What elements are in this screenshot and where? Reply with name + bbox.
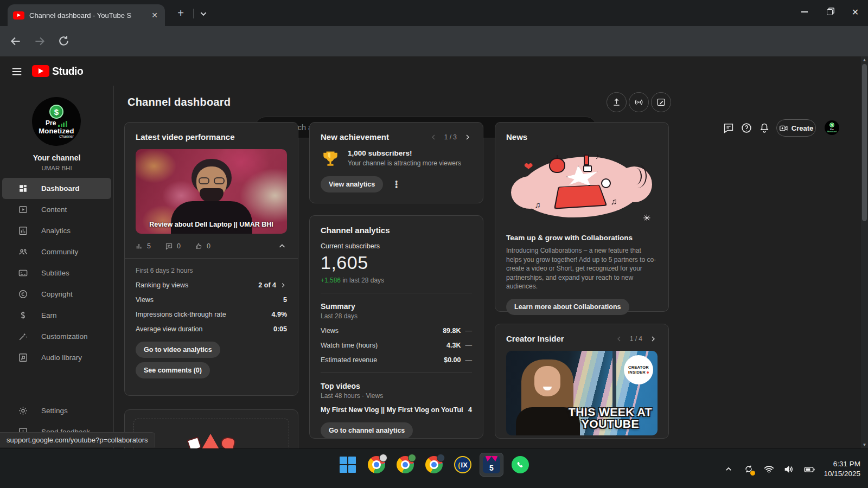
forward-icon[interactable]: [33, 34, 47, 48]
taskbar-chrome-1[interactable]: [365, 453, 388, 477]
sidebar-item-dashboard[interactable]: Dashboard: [2, 178, 111, 199]
studio-brand[interactable]: Studio: [52, 65, 83, 78]
sidebar: $ Pre Monetized Channel Your channel UMA…: [0, 86, 114, 448]
laptop-shape: [553, 185, 607, 209]
sidebar-item-customization[interactable]: Customization: [0, 326, 113, 347]
whatsapp-icon: [512, 456, 529, 473]
pager-prev-icon[interactable]: [615, 335, 623, 343]
metric-row-ranking[interactable]: Ranking by views 2 of 4: [136, 281, 287, 289]
latest-video-thumbnail[interactable]: Review about Dell Laptop || UMAR BHI: [136, 149, 287, 234]
trend-flat-icon: —: [465, 327, 473, 335]
go-to-channel-analytics-button[interactable]: Go to channel analytics: [321, 422, 413, 439]
see-comments-button[interactable]: See comments (0): [136, 362, 210, 378]
subscriber-delta: +1,586 in last 28 days: [321, 277, 472, 284]
sidebar-item-content[interactable]: Content: [0, 199, 113, 220]
red-dot: [647, 371, 649, 374]
metric-value: 4.9%: [272, 311, 288, 318]
achievement-title: New achievement: [321, 132, 389, 142]
current-subscribers-label: Current subscribers: [321, 242, 472, 250]
achievement-menu-icon[interactable]: •••: [395, 181, 398, 189]
back-icon[interactable]: [9, 34, 23, 48]
delta-value: +1,586: [321, 277, 341, 284]
views-stat[interactable]: 5: [136, 242, 151, 250]
summary-value: 89.8K: [443, 327, 461, 335]
collaboration-illustration: [188, 434, 235, 448]
red-wing-shape: [219, 436, 235, 448]
apple-shape: [549, 158, 565, 173]
likes-count: 0: [207, 242, 210, 250]
tab-divider: [193, 9, 194, 18]
lipstick-shape: [584, 155, 589, 165]
badge-word: INSIDER: [628, 370, 646, 375]
thumbnail-person-beard: [200, 188, 224, 202]
summary-value: $0.00: [444, 356, 461, 364]
go-to-video-analytics-button[interactable]: Go to video analytics: [136, 342, 220, 358]
app5-badge: 5: [489, 464, 494, 472]
tray-chevron-up-icon[interactable]: [723, 464, 734, 474]
volume-icon[interactable]: [783, 464, 794, 474]
scroll-up-arrow[interactable]: ▲: [861, 56, 868, 63]
metric-value: 0:05: [273, 325, 287, 333]
sidebar-item-audio-library[interactable]: Audio library: [0, 347, 113, 368]
edit-button[interactable]: [651, 92, 671, 112]
pager-next-icon[interactable]: [463, 133, 472, 142]
analytics-title: Channel analytics: [321, 226, 472, 235]
hamburger-menu-icon[interactable]: [11, 66, 23, 76]
creator-insider-thumbnail[interactable]: CREATOR INSIDER THIS WEEK AT YOUTUBE: [506, 351, 658, 435]
sidebar-item-label: Analytics: [41, 227, 71, 235]
browser-scrollbar[interactable]: ▲ ▼: [861, 56, 868, 448]
close-button[interactable]: ✕: [843, 0, 868, 24]
taskbar-whatsapp[interactable]: [508, 453, 532, 477]
top-video-title: My First New Vlog || My First Vlog on Yo…: [321, 406, 463, 414]
pager-next-icon[interactable]: [649, 335, 658, 343]
reload-icon[interactable]: [57, 34, 71, 48]
sidebar-item-subtitles[interactable]: Subtitles: [0, 262, 113, 284]
taskbar-app-5-active[interactable]: 5: [480, 453, 503, 477]
scroll-down-arrow[interactable]: ▼: [861, 441, 868, 448]
subtitles-icon: [17, 268, 28, 279]
go-live-button[interactable]: [629, 92, 649, 112]
browser-tab-active[interactable]: Channel dashboard - YouTube S ✕: [8, 4, 165, 26]
tab-list-chevron-icon[interactable]: [197, 8, 209, 20]
red-triangle-shape: [201, 434, 220, 448]
audio-library-icon: [17, 352, 28, 363]
update-sync-icon[interactable]: [743, 464, 754, 474]
divider: [321, 373, 472, 373]
summary-title: Summary: [321, 302, 472, 311]
upload-video-button[interactable]: [607, 92, 627, 112]
sidebar-item-community[interactable]: Community: [0, 241, 113, 262]
restore-button[interactable]: [817, 0, 843, 24]
sidebar-item-settings[interactable]: Settings: [0, 400, 113, 421]
windows-taskbar: (IX 5: [0, 448, 868, 488]
new-tab-button[interactable]: +: [174, 7, 188, 21]
minimize-button[interactable]: [792, 0, 817, 24]
comments-stat[interactable]: 0: [165, 242, 181, 251]
sidebar-item-earn[interactable]: Earn: [0, 305, 113, 326]
battery-icon[interactable]: [803, 464, 814, 474]
summary-period: Last 28 days: [321, 312, 472, 320]
wifi-icon[interactable]: [763, 464, 774, 474]
collapse-chevron-icon[interactable]: [277, 241, 287, 251]
view-analytics-button[interactable]: View analytics: [321, 176, 383, 192]
sidebar-item-label: Content: [41, 206, 67, 214]
sidebar-item-label: Audio library: [41, 354, 82, 362]
youtube-logo[interactable]: [32, 65, 49, 77]
app-body: $ Pre Monetized Channel Your channel UMA…: [0, 86, 868, 448]
likes-stat[interactable]: 0: [195, 242, 210, 251]
pager-prev-icon[interactable]: [429, 133, 438, 142]
sidebar-item-analytics[interactable]: Analytics: [0, 220, 113, 241]
sidebar-item-copyright[interactable]: Copyright: [0, 284, 113, 305]
screen: Channel dashboard - YouTube S ✕ + ✕ 5: [0, 0, 868, 488]
channel-avatar[interactable]: $ Pre Monetized Channel: [32, 97, 81, 146]
taskbar-app-ix[interactable]: (IX: [451, 453, 475, 477]
scrollbar-thumb[interactable]: [862, 64, 867, 221]
tab-close-icon[interactable]: ✕: [150, 10, 159, 20]
taskbar-chrome-3[interactable]: [422, 453, 446, 477]
page-actions: [607, 92, 671, 112]
top-video-row[interactable]: My First New Vlog || My First Vlog on Yo…: [321, 406, 472, 414]
taskbar-clock[interactable]: 6:31 PM 10/15/2025: [824, 459, 860, 479]
taskbar-chrome-2[interactable]: [393, 453, 417, 477]
start-button[interactable]: [336, 453, 360, 477]
music-note-icon: ♫: [535, 200, 541, 209]
learn-more-collaborations-button[interactable]: Learn more about Collaborations: [506, 299, 629, 315]
